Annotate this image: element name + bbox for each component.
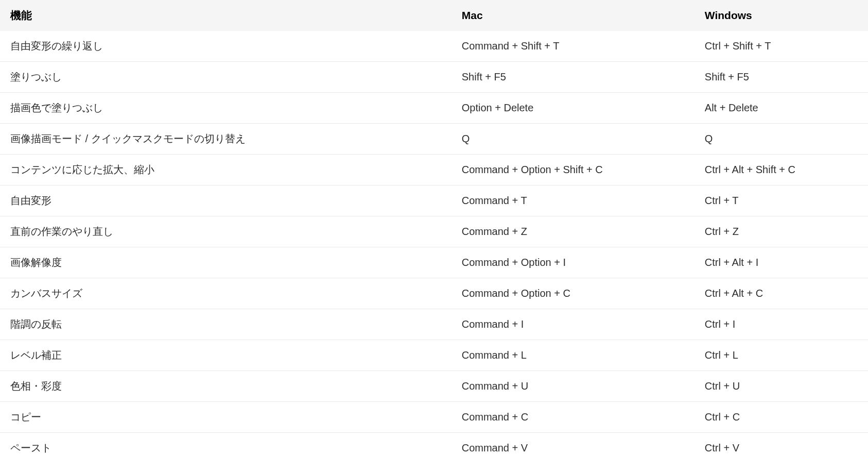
cell-feature: 画像解像度 <box>0 247 452 278</box>
cell-windows: Ctrl + T <box>695 186 868 216</box>
table-row: 直前の作業のやり直しCommand + ZCtrl + Z <box>0 216 868 247</box>
table-row: カンバスサイズCommand + Option + CCtrl + Alt + … <box>0 278 868 309</box>
cell-windows: Ctrl + Z <box>695 216 868 247</box>
cell-mac: Command + I <box>452 309 695 340</box>
cell-feature: 画像描画モード / クイックマスクモードの切り替え <box>0 124 452 155</box>
cell-feature: 階調の反転 <box>0 309 452 340</box>
cell-mac: Command + Shift + T <box>452 31 695 62</box>
header-mac: Mac <box>452 0 695 31</box>
table-row: 自由変形の繰り返しCommand + Shift + TCtrl + Shift… <box>0 31 868 62</box>
table-row: 階調の反転Command + ICtrl + I <box>0 309 868 340</box>
cell-feature: 自由変形 <box>0 186 452 216</box>
table-row: 画像解像度Command + Option + ICtrl + Alt + I <box>0 247 868 278</box>
cell-windows: Q <box>695 124 868 155</box>
cell-mac: Option + Delete <box>452 93 695 124</box>
cell-mac: Command + Option + C <box>452 278 695 309</box>
header-windows: Windows <box>695 0 868 31</box>
cell-feature: コンテンツに応じた拡大、縮小 <box>0 155 452 186</box>
cell-feature: ペースト <box>0 433 452 464</box>
cell-mac: Command + V <box>452 433 695 464</box>
table-row: コピーCommand + CCtrl + C <box>0 402 868 433</box>
cell-windows: Alt + Delete <box>695 93 868 124</box>
cell-windows: Ctrl + Alt + I <box>695 247 868 278</box>
cell-feature: 塗りつぶし <box>0 62 452 93</box>
cell-windows: Ctrl + V <box>695 433 868 464</box>
cell-windows: Ctrl + L <box>695 340 868 371</box>
cell-feature: 直前の作業のやり直し <box>0 216 452 247</box>
table-row: 画像描画モード / クイックマスクモードの切り替えQQ <box>0 124 868 155</box>
table-header-row: 機能 Mac Windows <box>0 0 868 31</box>
cell-mac: Q <box>452 124 695 155</box>
cell-windows: Shift + F5 <box>695 62 868 93</box>
shortcuts-table: 機能 Mac Windows 自由変形の繰り返しCommand + Shift … <box>0 0 868 463</box>
table-row: 塗りつぶしShift + F5Shift + F5 <box>0 62 868 93</box>
cell-windows: Ctrl + C <box>695 402 868 433</box>
table-row: レベル補正Command + LCtrl + L <box>0 340 868 371</box>
cell-mac: Command + Option + I <box>452 247 695 278</box>
cell-mac: Command + C <box>452 402 695 433</box>
cell-feature: レベル補正 <box>0 340 452 371</box>
header-feature: 機能 <box>0 0 452 31</box>
cell-feature: カンバスサイズ <box>0 278 452 309</box>
table-row: 自由変形Command + TCtrl + T <box>0 186 868 216</box>
cell-feature: 色相・彩度 <box>0 371 452 402</box>
table-row: 描画色で塗りつぶしOption + DeleteAlt + Delete <box>0 93 868 124</box>
cell-feature: コピー <box>0 402 452 433</box>
cell-windows: Ctrl + Alt + C <box>695 278 868 309</box>
table-row: ペーストCommand + VCtrl + V <box>0 433 868 464</box>
table-row: コンテンツに応じた拡大、縮小Command + Option + Shift +… <box>0 155 868 186</box>
cell-mac: Command + Option + Shift + C <box>452 155 695 186</box>
cell-windows: Ctrl + U <box>695 371 868 402</box>
table-body: 自由変形の繰り返しCommand + Shift + TCtrl + Shift… <box>0 31 868 463</box>
cell-windows: Ctrl + I <box>695 309 868 340</box>
cell-windows: Ctrl + Alt + Shift + C <box>695 155 868 186</box>
cell-mac: Command + U <box>452 371 695 402</box>
cell-feature: 描画色で塗りつぶし <box>0 93 452 124</box>
cell-windows: Ctrl + Shift + T <box>695 31 868 62</box>
cell-mac: Command + Z <box>452 216 695 247</box>
cell-feature: 自由変形の繰り返し <box>0 31 452 62</box>
cell-mac: Command + L <box>452 340 695 371</box>
cell-mac: Shift + F5 <box>452 62 695 93</box>
cell-mac: Command + T <box>452 186 695 216</box>
table-row: 色相・彩度Command + UCtrl + U <box>0 371 868 402</box>
